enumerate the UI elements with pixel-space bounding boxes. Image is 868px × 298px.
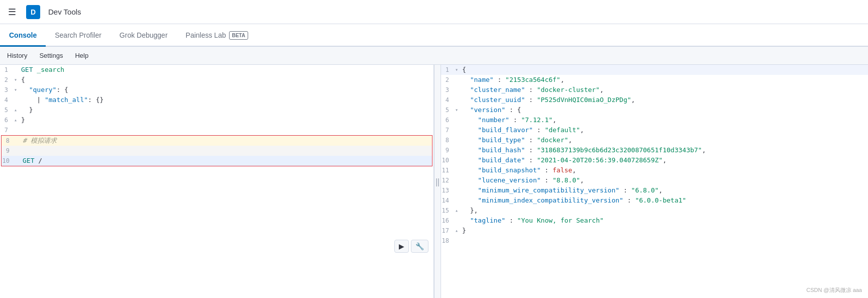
- line-toggle: [455, 175, 461, 185]
- line-content: {: [21, 75, 25, 85]
- line-content: GET /: [23, 156, 42, 166]
- line-number: 6: [0, 115, 14, 125]
- line-toggle: [455, 75, 461, 85]
- line-toggle: [455, 145, 461, 155]
- tab-search-profiler[interactable]: Search Profiler: [46, 25, 111, 47]
- response-line-15: 15 ▴ },: [441, 206, 868, 216]
- line-content: "query": {: [21, 85, 68, 95]
- line-content: "build_flavor" : "default",: [462, 125, 584, 135]
- line-toggle: [455, 115, 461, 125]
- editor-line-1: 1 GET _search: [0, 65, 433, 75]
- line-number: 9: [441, 145, 455, 155]
- line-toggle[interactable]: ▾: [14, 85, 20, 95]
- tab-grok-debugger[interactable]: Grok Debugger: [111, 25, 177, 47]
- line-content: | "match_all": {}: [21, 95, 103, 105]
- response-panel[interactable]: 1 ▾ { 2 "name" : "2153ca564c6f", 3 "clus…: [441, 65, 868, 298]
- line-content: "minimum_index_compatibility_version" : …: [462, 195, 686, 206]
- watermark: CSDN @清风微凉 aaa: [806, 286, 862, 294]
- response-line-7: 7 "build_flavor" : "default",: [441, 125, 868, 135]
- line-number: 8: [2, 136, 16, 146]
- line-number: 17: [441, 226, 455, 236]
- response-line-12: 12 "lucene_version" : "8.8.0",: [441, 175, 868, 185]
- line-toggle[interactable]: ▾: [455, 65, 461, 75]
- top-bar: ☰ D Dev Tools: [0, 0, 868, 24]
- line-number: 5: [441, 105, 455, 115]
- line-number: 14: [441, 195, 455, 206]
- line-content: "version" : {: [462, 105, 521, 115]
- app-logo: D: [26, 5, 40, 19]
- line-content: "build_snapshot" : false,: [462, 165, 576, 175]
- line-number: 13: [441, 185, 455, 195]
- line-content: "tagline" : "You Know, for Search": [462, 216, 604, 226]
- line-toggle[interactable]: ▴: [14, 115, 20, 125]
- line-content: "cluster_name" : "docker-cluster",: [462, 85, 604, 95]
- line-toggle: [455, 165, 461, 175]
- line-number: 11: [441, 165, 455, 175]
- line-number: 4: [441, 95, 455, 105]
- line-number: 7: [0, 125, 14, 135]
- response-line-10: 10 "build_date" : "2021-04-20T20:56:39.0…: [441, 155, 868, 165]
- editor-toolbar: ▶ 🔧: [394, 240, 428, 253]
- line-content: },: [462, 206, 478, 216]
- line-toggle[interactable]: ▾: [455, 105, 461, 115]
- main-content: 1 GET _search 2 ▾ { 3 ▾ "query": {: [0, 65, 868, 298]
- submenu-help[interactable]: Help: [74, 50, 89, 61]
- line-number: 15: [441, 206, 455, 216]
- line-number: 3: [0, 85, 14, 95]
- tab-console[interactable]: Console: [0, 25, 46, 47]
- response-line-18: 18: [441, 236, 868, 246]
- response-line-3: 3 "cluster_name" : "docker-cluster",: [441, 85, 868, 95]
- line-toggle: [455, 236, 461, 246]
- line-content: {: [462, 65, 466, 75]
- line-number: 2: [441, 75, 455, 85]
- response-line-16: 16 "tagline" : "You Know, for Search": [441, 216, 868, 226]
- line-content: "build_hash" : "3186837139b9c6b6d23c3200…: [462, 145, 706, 155]
- response-line-2: 2 "name" : "2153ca564c6f",: [441, 75, 868, 85]
- line-toggle[interactable]: ▴: [455, 226, 461, 236]
- line-toggle[interactable]: ▴: [455, 206, 461, 216]
- line-content: "lucene_version" : "8.8.0",: [462, 175, 584, 185]
- hamburger-icon[interactable]: ☰: [6, 5, 18, 19]
- line-content: # 模拟请求: [23, 136, 57, 146]
- code-editor-panel[interactable]: 1 GET _search 2 ▾ { 3 ▾ "query": {: [0, 65, 434, 298]
- response-line-13: 13 "minimum_wire_compatibility_version" …: [441, 185, 868, 195]
- line-toggle: [455, 85, 461, 95]
- line-toggle: [455, 135, 461, 145]
- line-content: "cluster_uuid" : "P525dVnHQIC0miaO_DzPDg…: [462, 95, 635, 105]
- line-content: }: [462, 226, 466, 236]
- response-line-5: 5 ▾ "version" : {: [441, 105, 868, 115]
- tab-painless-lab[interactable]: Painless Lab BETA: [177, 25, 258, 47]
- submenu-settings[interactable]: Settings: [38, 50, 64, 61]
- tools-button[interactable]: 🔧: [411, 240, 428, 253]
- line-content: [21, 125, 25, 135]
- panel-divider[interactable]: ‖: [434, 65, 441, 298]
- line-toggle[interactable]: ▾: [14, 75, 20, 85]
- line-content: "number" : "7.12.1",: [462, 115, 557, 125]
- line-content: }: [21, 105, 33, 115]
- sub-menu: History Settings Help: [0, 47, 868, 65]
- response-line-9: 9 "build_hash" : "3186837139b9c6b6d23c32…: [441, 145, 868, 155]
- line-number: 6: [441, 115, 455, 125]
- line-number: 4: [0, 95, 14, 105]
- line-number: 3: [441, 85, 455, 95]
- line-content: "build_type" : "docker",: [462, 135, 572, 145]
- editor-line-7: 7: [0, 125, 433, 135]
- line-toggle[interactable]: ▴: [14, 105, 20, 115]
- line-toggle: [455, 185, 461, 195]
- line-toggle: [455, 95, 461, 105]
- line-number: 7: [441, 125, 455, 135]
- line-number: 1: [441, 65, 455, 75]
- line-number: 1: [0, 65, 14, 75]
- line-number: 2: [0, 75, 14, 85]
- line-content: "minimum_wire_compatibility_version" : "…: [462, 185, 663, 195]
- response-line-4: 4 "cluster_uuid" : "P525dVnHQIC0miaO_DzP…: [441, 95, 868, 105]
- editor-line-4: 4 | "match_all": {}: [0, 95, 433, 105]
- code-editor[interactable]: 1 GET _search 2 ▾ { 3 ▾ "query": {: [0, 65, 433, 298]
- line-number: 10: [441, 155, 455, 165]
- line-content: "name" : "2153ca564c6f",: [462, 75, 565, 85]
- editor-line-5: 5 ▴ }: [0, 105, 433, 115]
- run-button[interactable]: ▶: [394, 240, 409, 253]
- beta-badge: BETA: [229, 31, 248, 40]
- submenu-history[interactable]: History: [6, 50, 28, 61]
- line-content: [462, 236, 466, 246]
